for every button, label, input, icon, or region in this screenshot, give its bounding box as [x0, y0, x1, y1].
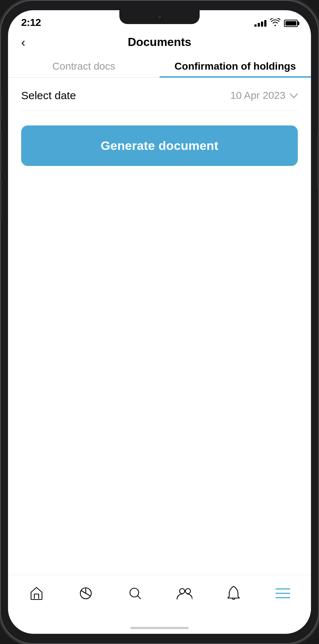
header: ‹ Documents — [8, 32, 311, 54]
notifications-icon — [224, 584, 243, 602]
battery-icon — [284, 20, 298, 27]
nav-notifications[interactable] — [219, 581, 249, 606]
tab-confirmation-holdings[interactable]: Confirmation of holdings — [160, 54, 311, 77]
home-indicator — [8, 622, 311, 634]
back-button[interactable]: ‹ — [21, 36, 25, 48]
portfolio-icon — [77, 584, 95, 602]
camera — [157, 15, 162, 20]
bottom-nav — [8, 575, 311, 622]
menu-icon — [274, 584, 292, 602]
nav-home[interactable] — [22, 581, 51, 606]
page-title: Documents — [128, 35, 191, 49]
volume-silent-button — [0, 95, 1, 120]
tab-contract-docs[interactable]: Contract docs — [8, 54, 160, 77]
phone-frame: 2:12 — [0, 0, 319, 644]
date-label: Select date — [21, 89, 76, 102]
signal-icon — [254, 20, 266, 27]
generate-document-button[interactable]: Generate document — [21, 125, 298, 166]
volume-up-button — [0, 131, 1, 171]
nav-contacts[interactable] — [169, 581, 199, 606]
status-icons — [254, 18, 298, 28]
date-row: Select date 10 Apr 2023 — [21, 78, 298, 111]
nav-portfolio[interactable] — [71, 581, 101, 606]
phone-screen: 2:12 — [8, 10, 311, 634]
status-time: 2:12 — [21, 17, 41, 28]
date-value-text: 10 Apr 2023 — [230, 90, 285, 101]
wifi-icon — [270, 18, 280, 28]
svg-point-2 — [180, 589, 185, 594]
contacts-icon — [175, 584, 193, 602]
volume-down-button — [0, 179, 1, 219]
power-button — [318, 131, 319, 190]
search-icon — [126, 584, 144, 602]
date-picker[interactable]: 10 Apr 2023 — [230, 90, 298, 101]
svg-point-3 — [185, 589, 191, 594]
content-area: Select date 10 Apr 2023 Generate documen… — [8, 78, 311, 575]
tabs: Contract docs Confirmation of holdings — [8, 54, 311, 78]
home-icon — [27, 584, 46, 602]
nav-search[interactable] — [120, 581, 150, 606]
nav-menu[interactable] — [268, 581, 298, 606]
notch — [119, 10, 200, 24]
chevron-down-icon — [290, 90, 298, 101]
